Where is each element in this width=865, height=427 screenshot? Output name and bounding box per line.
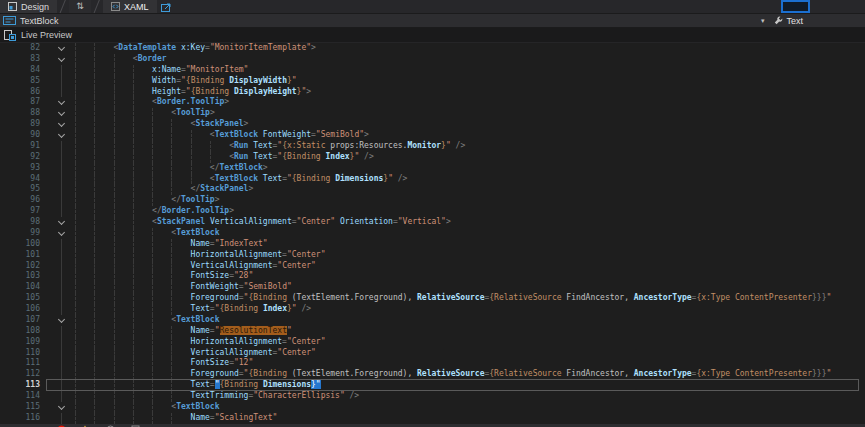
dropdown-caret-icon[interactable]: ▾ [761,17,765,25]
fold-chevron-icon[interactable] [46,228,75,239]
code-line-91[interactable]: 91<Run Text="{x:Static props:Resources.M… [0,141,865,152]
line-number[interactable]: 82 [0,43,46,54]
wrench-icon [774,16,783,25]
swap-panes-button[interactable]: ⇅ [69,0,91,13]
code-line-90[interactable]: 90<TextBlock FontWeight="SemiBold"> [0,130,865,141]
line-number[interactable]: 113 [0,380,46,391]
code-text: Name="ResolutionText" [75,326,865,337]
line-number[interactable]: 84 [0,65,46,76]
line-number[interactable]: 91 [0,141,46,152]
fold-chevron-icon[interactable] [46,97,75,108]
line-number[interactable]: 94 [0,174,46,185]
code-line-89[interactable]: 89<StackPanel> [0,119,865,130]
code-line-87[interactable]: 87<Border.ToolTip> [0,97,865,108]
fold-chevron-icon[interactable] [46,108,75,119]
line-number[interactable]: 105 [0,293,46,304]
property-quick-edit[interactable]: Text [774,16,803,26]
line-number[interactable]: 96 [0,195,46,206]
popout-button[interactable] [157,0,177,13]
code-line-107[interactable]: 107<TextBlock [0,315,865,326]
code-line-99[interactable]: 99<TextBlock [0,228,865,239]
line-number[interactable]: 104 [0,282,46,293]
line-number[interactable]: 109 [0,337,46,348]
code-line-104[interactable]: 104FontWeight="SemiBold" [0,282,865,293]
code-line-88[interactable]: 88<ToolTip> [0,108,865,119]
line-number[interactable]: 89 [0,119,46,130]
code-line-82[interactable]: 82<DataTemplate x:Key="MonitorItemTempla… [0,43,865,54]
breadcrumb-element[interactable]: TextBlock [20,16,59,26]
code-line-110[interactable]: 110VerticalAlignment="Center" [0,348,865,359]
code-text: <Run Text="{x:Static props:Resources.Mon… [75,141,865,152]
line-number[interactable]: 108 [0,326,46,337]
fold-chevron-icon[interactable] [46,130,75,141]
element-icon [3,16,16,25]
code-line-116[interactable]: 116Name="ScalingText" [0,413,865,424]
code-line-109[interactable]: 109HorizontalAlignment="Center" [0,337,865,348]
code-text: <ToolTip> [75,108,865,119]
line-number[interactable]: 114 [0,391,46,402]
code-line-96[interactable]: 96</ToolTip> [0,195,865,206]
fold-chevron-icon[interactable] [46,315,75,326]
line-number[interactable]: 98 [0,217,46,228]
code-line-114[interactable]: 114TextTrimming="CharacterEllipsis" /> [0,391,865,402]
code-line-84[interactable]: 84x:Name="MonitorItem" [0,65,865,76]
tab-design[interactable]: Design [0,0,57,13]
code-line-86[interactable]: 86Height="{Binding DisplayHeight}"> [0,87,865,98]
code-line-85[interactable]: 85Width="{Binding DisplayWidth}" [0,76,865,87]
tab-design-label: Design [21,2,49,12]
line-number[interactable]: 88 [0,108,46,119]
line-number[interactable]: 83 [0,54,46,65]
line-number[interactable]: 111 [0,358,46,369]
fold-chevron-icon[interactable] [46,119,75,130]
fold-guide-line [46,304,75,315]
code-line-103[interactable]: 103FontSize="28" [0,271,865,282]
line-number[interactable]: 93 [0,163,46,174]
fold-chevron-icon[interactable] [46,402,75,413]
line-number[interactable]: 100 [0,239,46,250]
line-number[interactable]: 112 [0,369,46,380]
code-line-92[interactable]: 92<Run Text="{Binding Index}" /> [0,152,865,163]
line-number[interactable]: 116 [0,413,46,424]
tab-xaml[interactable]: XAML [103,0,157,13]
line-number[interactable]: 87 [0,97,46,108]
line-number[interactable]: 101 [0,250,46,261]
line-number[interactable]: 103 [0,271,46,282]
code-line-106[interactable]: 106Text="{Binding Index}" /> [0,304,865,315]
line-number[interactable]: 95 [0,184,46,195]
code-editor[interactable]: 82<DataTemplate x:Key="MonitorItemTempla… [0,43,865,424]
fold-chevron-icon[interactable] [46,54,75,65]
code-line-101[interactable]: 101HorizontalAlignment="Center" [0,250,865,261]
line-number[interactable]: 97 [0,206,46,217]
code-line-115[interactable]: 115<TextBlock [0,402,865,413]
code-line-111[interactable]: 111FontSize="12" [0,358,865,369]
code-line-95[interactable]: 95</StackPanel> [0,184,865,195]
code-line-100[interactable]: 100Name="IndexText" [0,239,865,250]
code-text: <TextBlock [75,315,865,326]
fold-chevron-icon[interactable] [46,43,75,54]
line-number[interactable]: 90 [0,130,46,141]
line-number[interactable]: 86 [0,87,46,98]
property-quick-edit-label: Text [786,16,803,26]
line-number[interactable]: 110 [0,348,46,359]
code-line-83[interactable]: 83<Border [0,54,865,65]
code-text: VerticalAlignment="Center" [75,348,865,359]
line-number[interactable]: 99 [0,228,46,239]
code-line-93[interactable]: 93</TextBlock> [0,163,865,174]
code-line-112[interactable]: 112Foreground="{Binding (TextElement.For… [0,369,865,380]
line-number[interactable]: 85 [0,76,46,87]
code-text: <DataTemplate x:Key="MonitorItemTemplate… [75,43,865,54]
line-number[interactable]: 115 [0,402,46,413]
fold-chevron-icon[interactable] [46,217,75,228]
live-preview-label[interactable]: Live Preview [21,30,72,40]
code-line-108[interactable]: 108Name="ResolutionText" [0,326,865,337]
line-number[interactable]: 92 [0,152,46,163]
code-line-105[interactable]: 105Foreground="{Binding (TextElement.For… [0,293,865,304]
code-line-94[interactable]: 94<TextBlock Text="{Binding Dimensions}"… [0,174,865,185]
code-line-102[interactable]: 102VerticalAlignment="Center" [0,261,865,272]
line-number[interactable]: 107 [0,315,46,326]
code-line-98[interactable]: 98<StackPanel VerticalAlignment="Center"… [0,217,865,228]
code-line-113[interactable]: 113Text="{Binding Dimensions}" [0,380,865,391]
code-line-97[interactable]: 97</Border.ToolTip> [0,206,865,217]
line-number[interactable]: 102 [0,261,46,272]
line-number[interactable]: 106 [0,304,46,315]
